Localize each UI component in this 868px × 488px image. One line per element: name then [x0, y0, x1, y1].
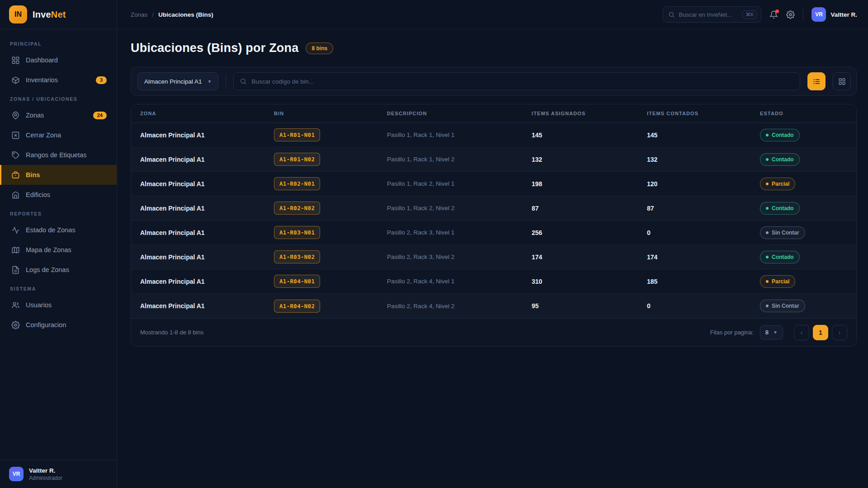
- zone-select[interactable]: Almacen Principal A1 ▼: [137, 72, 218, 90]
- status-badge: Parcial: [760, 178, 795, 190]
- notification-dot: [775, 9, 779, 13]
- avatar: VR: [811, 7, 826, 22]
- status-dot-icon: [766, 183, 769, 185]
- breadcrumb-zonas[interactable]: Zonas: [131, 11, 148, 18]
- showing-text: Mostrando 1-8 de 8 bins: [140, 329, 203, 336]
- avatar-initials: VR: [815, 11, 823, 18]
- sidebar-item-label: Edificios: [26, 191, 107, 198]
- cell-zona: Almacen Principal A1: [131, 205, 265, 212]
- chevron-down-icon: ▼: [208, 79, 212, 84]
- cell-descripcion: Pasillo 1, Rack 2, Nivel 1: [378, 180, 523, 187]
- global-search[interactable]: ⌘K: [663, 6, 761, 23]
- cell-zona: Almacen Principal A1: [131, 278, 265, 285]
- status-dot-icon: [766, 207, 769, 210]
- sidebar-item-inventarios[interactable]: Inventarios 3: [0, 70, 117, 90]
- status-dot-icon: [766, 134, 769, 136]
- cell-descripcion: Pasillo 1, Rack 2, Nivel 2: [378, 205, 523, 211]
- rows-per-page-select[interactable]: 8 ▼: [760, 325, 783, 340]
- cell-items-asignados: 95: [523, 302, 638, 310]
- section-label-sistema: Sistema: [0, 280, 117, 295]
- title-row: Ubicaciones (Bins) por Zona 8 bins: [131, 41, 857, 55]
- filter-bar: Almacen Principal A1 ▼: [131, 67, 857, 96]
- sidebar-item-rangos-etiquetas[interactable]: Rangos de Etiquetas: [0, 145, 117, 165]
- topbar-user[interactable]: VR Valtter R.: [811, 7, 857, 22]
- topbar: Zonas / Ubicaciones (Bins) ⌘K VR: [117, 0, 868, 29]
- table-row[interactable]: Almacen Principal A1 A1-R01-N02 Pasillo …: [131, 147, 856, 172]
- sidebar-item-label: Cerrar Zona: [26, 131, 107, 139]
- sidebar-item-mapa-zonas[interactable]: Mapa de Zonas: [0, 240, 117, 260]
- cell-items-asignados: 310: [523, 278, 638, 285]
- breadcrumb: Zonas / Ubicaciones (Bins): [131, 11, 213, 18]
- bin-search[interactable]: [233, 72, 800, 90]
- map-icon: [11, 246, 20, 254]
- sidebar-item-label: Bins: [26, 171, 107, 178]
- sidebar-item-estado-zonas[interactable]: Estado de Zonas: [0, 220, 117, 240]
- sidebar-item-usuarios[interactable]: Usuarios: [0, 295, 117, 315]
- cell-zona: Almacen Principal A1: [131, 253, 265, 261]
- prev-page-button[interactable]: ‹: [794, 325, 809, 340]
- brand-logo: IN: [9, 5, 27, 23]
- cell-zona: Almacen Principal A1: [131, 229, 265, 236]
- table-row[interactable]: Almacen Principal A1 A1-R03-N02 Pasillo …: [131, 245, 856, 269]
- cell-items-contados: 145: [638, 131, 751, 139]
- cell-descripcion: Pasillo 2, Rack 3, Nivel 1: [378, 229, 523, 236]
- chevron-down-icon: ▼: [773, 330, 778, 335]
- settings-button[interactable]: [786, 10, 795, 19]
- cell-items-contados: 0: [638, 302, 751, 310]
- sidebar-item-configuracion[interactable]: Configuracion: [0, 315, 117, 335]
- notifications-button[interactable]: [769, 10, 778, 19]
- column-header-estado: Estado: [751, 104, 856, 122]
- cell-items-contados: 0: [638, 229, 751, 236]
- table-row[interactable]: Almacen Principal A1 A1-R03-N01 Pasillo …: [131, 221, 856, 245]
- cell-items-asignados: 198: [523, 180, 638, 188]
- sidebar-item-label: Configuracion: [26, 321, 107, 328]
- sidebar-item-label: Estado de Zonas: [26, 226, 107, 234]
- sidebar-item-edificios[interactable]: Edificios: [0, 185, 117, 205]
- cell-zona: Almacen Principal A1: [131, 180, 265, 188]
- table-row[interactable]: Almacen Principal A1 A1-R02-N01 Pasillo …: [131, 172, 856, 196]
- sidebar-user-card[interactable]: VR Valtter R. Administrador: [0, 460, 117, 488]
- sidebar-item-dashboard[interactable]: Dashboard: [0, 50, 117, 70]
- page-1-button[interactable]: 1: [813, 325, 828, 340]
- section-label-principal: Principal: [0, 35, 117, 50]
- sidebar-item-label: Rangos de Etiquetas: [26, 151, 107, 159]
- bin-code-badge: A1-R02-N02: [274, 202, 320, 215]
- brand-name: InveNet: [33, 9, 66, 20]
- shortcut-badge: ⌘K: [742, 10, 757, 19]
- sidebar-item-zonas[interactable]: Zonas 24: [0, 105, 117, 125]
- cell-items-contados: 174: [638, 253, 751, 261]
- status-label: Parcial: [772, 181, 789, 187]
- table-row[interactable]: Almacen Principal A1 A1-R01-N01 Pasillo …: [131, 123, 856, 147]
- next-page-button[interactable]: ›: [832, 325, 847, 340]
- cell-items-contados: 87: [638, 205, 751, 212]
- status-label: Contado: [772, 254, 794, 260]
- status-badge: Sin Contar: [760, 226, 805, 239]
- status-label: Sin Contar: [772, 303, 799, 309]
- list-view-button[interactable]: [807, 72, 826, 90]
- column-header-items-asignados: Items Asignados: [523, 104, 638, 122]
- bin-search-input[interactable]: [251, 78, 794, 85]
- table-row[interactable]: Almacen Principal A1 A1-R02-N02 Pasillo …: [131, 196, 856, 221]
- building-icon: [11, 191, 20, 199]
- sidebar-item-cerrar-zona[interactable]: Cerrar Zona: [0, 125, 117, 145]
- global-search-input[interactable]: [679, 11, 739, 18]
- bin-count-badge: 8 bins: [306, 42, 333, 54]
- sidebar: IN InveNet Principal Dashboard Inventari…: [0, 0, 117, 488]
- sidebar-item-bins[interactable]: Bins: [0, 165, 117, 185]
- status-badge: Contado: [760, 153, 800, 166]
- table-row[interactable]: Almacen Principal A1 A1-R04-N01 Pasillo …: [131, 269, 856, 294]
- activity-icon: [11, 226, 20, 235]
- bin-code-badge: A1-R03-N02: [274, 250, 320, 263]
- sidebar-item-logs-zonas[interactable]: Logs de Zonas: [0, 260, 117, 280]
- table-row[interactable]: Almacen Principal A1 A1-R04-N02 Pasillo …: [131, 294, 856, 318]
- cell-items-contados: 132: [638, 156, 751, 163]
- brand-logo-initials: IN: [14, 10, 22, 19]
- map-pin-icon: [11, 111, 20, 120]
- breadcrumb-current: Ubicaciones (Bins): [158, 11, 213, 18]
- pagination-controls: Filas por pagina: 8 ▼ ‹ 1 ›: [710, 325, 847, 340]
- section-label-reportes: Reportes: [0, 205, 117, 220]
- topbar-user-name: Valtter R.: [830, 11, 857, 18]
- bin-code-badge: A1-R01-N01: [274, 128, 320, 141]
- status-badge: Contado: [760, 202, 800, 215]
- grid-view-button[interactable]: [833, 72, 851, 90]
